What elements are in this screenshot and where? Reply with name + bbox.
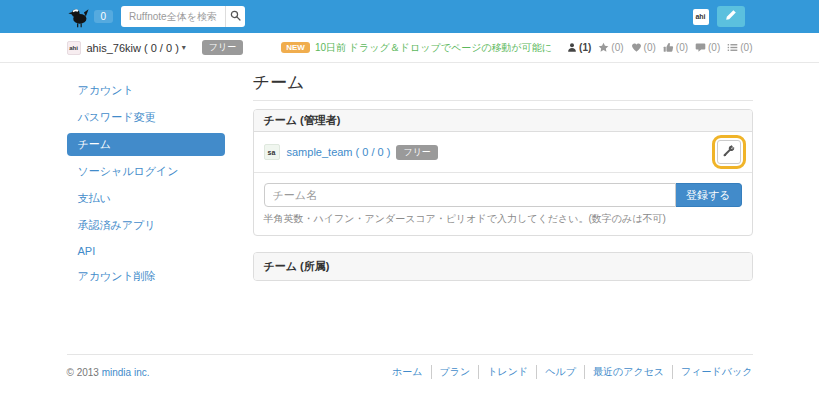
admin-panel-heading: チーム (管理者) [254, 110, 752, 132]
page-footer: © 2013 mindia inc. ホーム プラン トレンド ヘルプ 最近のア… [67, 354, 753, 379]
footer-link-recent-access[interactable]: 最近のアクセス [584, 365, 672, 379]
admin-team-panel: チーム (管理者) sa sample_team ( 0 / 0 ) フリー [253, 109, 753, 236]
footer-link-feedback[interactable]: フィードバック [672, 365, 752, 379]
search-icon [230, 9, 241, 24]
settings-sidebar: アカウント パスワード変更 チーム ソーシャルログイン 支払い 承認済みアプリ … [67, 73, 225, 292]
pencil-icon [725, 9, 737, 24]
sidebar-item-team[interactable]: チーム [67, 133, 225, 156]
new-note-button[interactable] [717, 6, 745, 27]
sidebar-item-password[interactable]: パスワード変更 [67, 106, 225, 129]
user-avatar[interactable]: ahi [693, 9, 709, 25]
star-stat[interactable]: (0) [598, 42, 623, 53]
copyright: © 2013 mindia inc. [67, 367, 150, 378]
member-panel-heading: チーム (所属) [254, 253, 752, 280]
sidebar-item-payment[interactable]: 支払い [67, 187, 225, 210]
sidebar-item-approved-apps[interactable]: 承認済みアプリ [67, 214, 225, 237]
top-navbar: 0 ahi [0, 0, 819, 33]
footer-link-home[interactable]: ホーム [384, 365, 430, 379]
chevron-down-icon[interactable]: ▾ [182, 43, 186, 52]
footer-links: ホーム プラン トレンド ヘルプ 最近のアクセス フィードバック [384, 365, 752, 379]
heart-stat[interactable]: (0) [631, 42, 656, 53]
team-row: sa sample_team ( 0 / 0 ) フリー [254, 132, 752, 173]
footer-link-plan[interactable]: プラン [431, 365, 479, 379]
sidebar-item-api[interactable]: API [67, 241, 225, 261]
team-settings-button[interactable] [717, 140, 741, 164]
new-badge: NEW [281, 42, 310, 53]
register-team-button[interactable]: 登録する [676, 183, 742, 207]
heart-icon [631, 42, 642, 53]
sidebar-item-account[interactable]: アカウント [67, 79, 225, 102]
like-stat[interactable]: (0) [663, 42, 688, 53]
star-icon [598, 42, 609, 53]
ruffnote-bird-logo-icon[interactable] [67, 6, 89, 28]
team-name-hint: 半角英数・ハイフン・アンダースコア・ピリオドで入力してください。(数字のみは不可… [264, 212, 742, 226]
team-avatar[interactable]: sa [264, 144, 280, 160]
notification-count-badge[interactable]: 0 [94, 10, 114, 23]
create-team-form: 登録する [264, 183, 742, 207]
user-avatar-small[interactable]: ahi [67, 41, 81, 55]
plan-badge[interactable]: フリー [202, 40, 243, 55]
thumbs-up-icon [663, 42, 674, 53]
sidebar-item-delete-account[interactable]: アカウント削除 [67, 265, 225, 288]
member-count-stat[interactable]: (1) [567, 42, 591, 53]
company-link[interactable]: mindia inc. [102, 367, 150, 378]
person-icon [567, 42, 577, 53]
user-stats: (1) (0) (0) [560, 42, 752, 53]
global-search [121, 6, 245, 27]
username-dropdown[interactable]: ahis_76kiw ( 0 / 0 ) [87, 42, 179, 54]
annotation-highlight [712, 135, 746, 169]
page-title: チーム [253, 73, 753, 101]
comment-stat[interactable]: (0) [695, 42, 720, 53]
page-list-stat[interactable]: (0) [727, 42, 752, 53]
footer-link-help[interactable]: ヘルプ [536, 365, 584, 379]
team-name-link[interactable]: sample_team ( 0 / 0 ) [287, 146, 391, 158]
list-icon [727, 42, 738, 53]
user-info-bar: ahi ahis_76kiw ( 0 / 0 ) ▾ フリー NEW 10日前 … [0, 33, 819, 63]
team-plan-badge[interactable]: フリー [396, 145, 437, 160]
comment-icon [695, 42, 706, 53]
search-input[interactable] [121, 6, 225, 27]
search-button[interactable] [225, 6, 245, 27]
member-team-panel: チーム (所属) [253, 252, 753, 281]
wrench-icon [723, 145, 735, 160]
announcement-link[interactable]: 10日前 ドラッグ＆ドロップでページの移動が可能に [315, 41, 552, 55]
footer-link-trend[interactable]: トレンド [478, 365, 536, 379]
team-name-input[interactable] [264, 183, 676, 207]
sidebar-item-social-login[interactable]: ソーシャルログイン [67, 160, 225, 183]
